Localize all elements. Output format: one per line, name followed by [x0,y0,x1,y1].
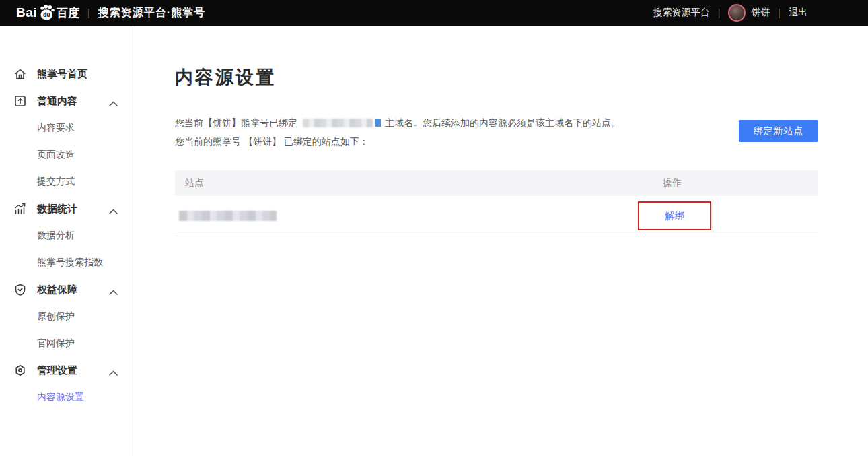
bind-new-site-button[interactable]: 绑定新站点 [739,120,818,142]
table-row: 解绑 [175,196,818,236]
sidebar-item-page-transform[interactable]: 页面改造 [0,141,131,168]
home-icon [13,67,27,81]
header-divider: | [87,7,90,18]
baidu-paw-icon: du [38,3,56,22]
column-header-site: 站点 [175,177,638,189]
nav-platform-link[interactable]: 搜索资源平台 [653,7,710,19]
baidu-logo-text: Bai [16,5,37,20]
top-header: Bai du 百度 | 搜索资源平台·熊掌号 搜索资源平台 | 饼饼 | 退出 [0,0,868,26]
baidu-logo[interactable]: Bai du 百度 [16,4,79,22]
intro-line-2: 您当前的熊掌号 【饼饼】 已绑定的站点如下： [175,132,620,151]
sidebar-item-content-requirements[interactable]: 内容要求 [0,115,131,141]
shield-icon [13,283,27,296]
logout-link[interactable]: 退出 [789,7,807,19]
intro-text: 您当前【饼饼】熊掌号已绑定 主域名。您后续添加的内容源必须是该主域名下的站点。 … [175,113,620,151]
sites-table: 站点 操作 解绑 [175,170,818,236]
user-avatar[interactable] [728,4,746,22]
gear-icon [13,364,27,377]
chevron-up-icon[interactable] [108,205,118,212]
page-title: 内容源设置 [175,65,276,90]
table-header-row: 站点 操作 [175,170,818,196]
unbind-link[interactable]: 解绑 [665,210,684,222]
product-name: 搜索资源平台·熊掌号 [98,6,205,20]
baidu-logo-cn: 百度 [57,5,79,21]
redacted-site-url [179,211,277,221]
svg-text:du: du [43,11,50,18]
sidebar-item-data-analysis[interactable]: 数据分析 [0,222,131,249]
sidebar-item-manage-settings[interactable]: 管理设置 [0,357,131,384]
chart-icon [13,202,27,216]
chevron-up-icon[interactable] [108,367,118,374]
sidebar-item-home[interactable]: 熊掌号首页 [0,61,131,88]
sidebar-item-original-protection[interactable]: 原创保护 [0,303,131,330]
sidebar: 熊掌号首页 普通内容 内容要求 页面改造 提交方式 数据统计 数据分析 熊掌号搜… [0,26,131,456]
header-divider: | [718,7,721,18]
sidebar-item-search-index[interactable]: 熊掌号搜索指数 [0,249,131,276]
main-content: 内容源设置 您当前【饼饼】熊掌号已绑定 主域名。您后续添加的内容源必须是该主域名… [132,26,868,456]
text-cursor [375,119,381,127]
username[interactable]: 饼饼 [751,7,770,19]
header-divider: | [778,7,781,18]
sidebar-item-submit-method[interactable]: 提交方式 [0,168,131,195]
sidebar-item-data-stats[interactable]: 数据统计 [0,195,131,222]
red-annotation-box: 解绑 [638,201,711,230]
chevron-up-icon[interactable] [108,98,118,104]
user-menu[interactable]: 饼饼 [728,4,770,22]
sidebar-item-normal-content[interactable]: 普通内容 [0,88,131,115]
redacted-domain [303,119,373,127]
intro-line-1: 您当前【饼饼】熊掌号已绑定 主域名。您后续添加的内容源必须是该主域名下的站点。 [175,113,620,132]
site-cell [175,211,638,221]
action-cell: 解绑 [638,201,818,230]
chevron-up-icon[interactable] [108,286,118,293]
sidebar-item-official-site-protection[interactable]: 官网保护 [0,330,131,357]
sidebar-item-rights-protection[interactable]: 权益保障 [0,276,131,303]
column-header-action: 操作 [638,177,818,189]
upload-icon [13,94,27,108]
sidebar-item-content-source-settings[interactable]: 内容源设置 [0,384,131,411]
